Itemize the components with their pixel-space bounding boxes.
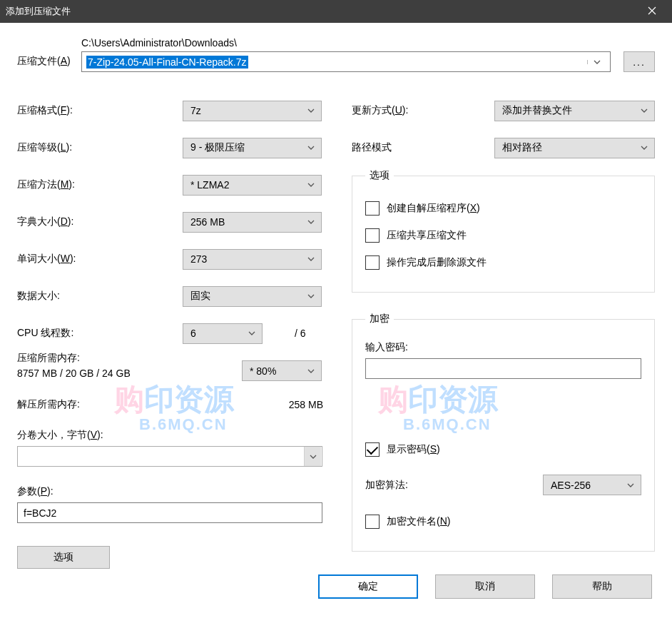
dict-label: 字典大小(D): bbox=[17, 216, 183, 228]
shared-checkbox-row[interactable]: 压缩共享压缩文件 bbox=[365, 222, 641, 249]
mem-decompress-value: 258 MB bbox=[245, 399, 330, 410]
mem-pct-select[interactable]: * 80% bbox=[242, 360, 322, 381]
format-select[interactable]: 7z bbox=[183, 101, 322, 121]
chevron-down-icon bbox=[307, 257, 315, 261]
checkbox-icon bbox=[365, 515, 380, 529]
window-title: 添加到压缩文件 bbox=[6, 5, 638, 18]
level-label: 压缩等级(L): bbox=[17, 141, 183, 154]
archive-label: 压缩文件(A) bbox=[17, 55, 81, 72]
chevron-down-icon bbox=[640, 108, 648, 113]
word-label: 单词大小(W): bbox=[17, 253, 183, 265]
dict-select[interactable]: 256 MB bbox=[183, 212, 322, 233]
chevron-down-icon bbox=[587, 60, 606, 64]
encrypt-names-row[interactable]: 加密文件名(N) bbox=[365, 508, 641, 535]
format-label: 压缩格式(F): bbox=[17, 104, 183, 117]
params-label: 参数(P): bbox=[17, 485, 330, 498]
close-button[interactable] bbox=[638, 0, 666, 23]
chevron-down-icon bbox=[640, 146, 648, 150]
password-input[interactable] bbox=[365, 358, 641, 379]
browse-button[interactable]: ... bbox=[623, 51, 655, 72]
archive-path: C:\Users\Administrator\Downloads\ bbox=[81, 37, 655, 49]
chevron-down-icon bbox=[307, 146, 315, 150]
volume-select[interactable] bbox=[17, 446, 322, 467]
threads-select[interactable]: 6 bbox=[183, 323, 263, 344]
encrypt-names-label: 加密文件名(N) bbox=[387, 515, 450, 528]
chevron-down-icon bbox=[307, 369, 315, 373]
level-select[interactable]: 9 - 极限压缩 bbox=[183, 138, 322, 158]
password-label: 输入密码: bbox=[365, 341, 641, 354]
method-label: 压缩方法(M): bbox=[17, 178, 183, 191]
pathmode-select[interactable]: 相对路径 bbox=[494, 138, 655, 158]
delete-checkbox-row[interactable]: 操作完成后删除源文件 bbox=[365, 249, 641, 276]
threads-label: CPU 线程数: bbox=[17, 327, 183, 340]
chevron-down-icon bbox=[307, 183, 315, 187]
block-select[interactable]: 固实 bbox=[183, 286, 322, 307]
chevron-down-icon bbox=[307, 294, 315, 298]
chevron-down-icon bbox=[307, 108, 315, 113]
archive-filename-combo[interactable]: 7-Zip-24.05-All-Final-CN-Repack.7z bbox=[81, 51, 611, 72]
checkbox-checked-icon bbox=[365, 442, 380, 457]
mem-decompress-label: 解压所需内存: bbox=[17, 398, 245, 411]
checkbox-icon bbox=[365, 228, 380, 243]
chevron-down-icon bbox=[248, 331, 256, 335]
enc-method-label: 加密算法: bbox=[365, 479, 543, 492]
titlebar: 添加到压缩文件 bbox=[0, 0, 672, 23]
options-fieldset: 选项 创建自解压缩程序(X) 压缩共享压缩文件 操作完成后删除源文件 bbox=[352, 169, 655, 293]
threads-total: / 6 bbox=[295, 328, 306, 339]
block-label: 数据大小: bbox=[17, 290, 183, 303]
mem-compress-label: 压缩所需内存: bbox=[17, 352, 242, 365]
encryption-fieldset: 加密 输入密码: 显示密码(S) 加密算法: AES-256 加密文件名(N) bbox=[352, 313, 655, 552]
volume-label: 分卷大小，字节(V): bbox=[17, 429, 330, 442]
method-select[interactable]: * LZMA2 bbox=[183, 175, 322, 196]
word-select[interactable]: 273 bbox=[183, 249, 322, 270]
params-input[interactable] bbox=[17, 502, 322, 523]
checkbox-icon bbox=[365, 201, 380, 216]
sfx-checkbox-row[interactable]: 创建自解压缩程序(X) bbox=[365, 195, 641, 222]
encryption-legend: 加密 bbox=[365, 313, 394, 325]
close-icon bbox=[648, 6, 656, 17]
archive-filename: 7-Zip-24.05-All-Final-CN-Repack.7z bbox=[86, 56, 248, 69]
mem-compress-value: 8757 MB / 20 GB / 24 GB bbox=[17, 368, 242, 379]
sfx-label: 创建自解压缩程序(X) bbox=[387, 202, 480, 215]
enc-method-select[interactable]: AES-256 bbox=[543, 475, 641, 495]
show-password-label: 显示密码(S) bbox=[387, 443, 440, 456]
update-select[interactable]: 添加并替换文件 bbox=[494, 101, 655, 121]
help-button[interactable]: 帮助 bbox=[552, 574, 652, 599]
delete-label: 操作完成后删除源文件 bbox=[387, 256, 487, 269]
options-button[interactable]: 选项 bbox=[17, 546, 110, 569]
chevron-down-icon bbox=[307, 220, 315, 224]
checkbox-icon bbox=[365, 255, 380, 270]
cancel-button[interactable]: 取消 bbox=[435, 574, 535, 599]
chevron-down-icon bbox=[304, 447, 321, 466]
chevron-down-icon bbox=[626, 483, 635, 487]
pathmode-label: 路径模式 bbox=[352, 141, 494, 154]
show-password-row[interactable]: 显示密码(S) bbox=[365, 436, 641, 463]
update-label: 更新方式(U): bbox=[352, 104, 494, 117]
options-legend: 选项 bbox=[365, 169, 394, 182]
ok-button[interactable]: 确定 bbox=[318, 574, 418, 599]
shared-label: 压缩共享压缩文件 bbox=[387, 229, 467, 242]
